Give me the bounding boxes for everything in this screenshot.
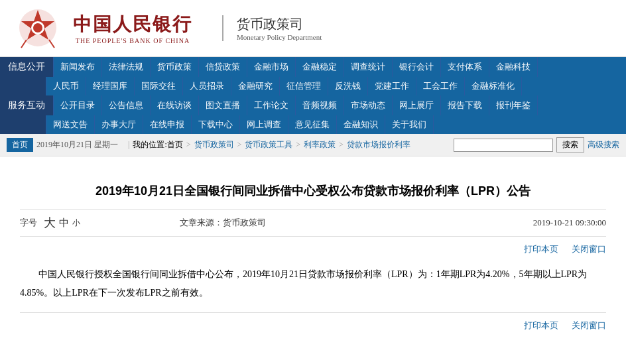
nav-financial-stability[interactable]: 金融稳定	[296, 57, 344, 77]
font-small-button[interactable]: 小	[72, 217, 80, 229]
nav-row-3: 服务互动 公开目录 公告信息 在线访谈 图文直播 工作论文 音频视频 市场动态 …	[0, 95, 626, 115]
nav-online-hall[interactable]: 网上展厅	[393, 95, 441, 115]
nav-category-service: 服务互动	[0, 95, 54, 115]
nav-opinion[interactable]: 意见征集	[288, 115, 337, 134]
bank-name: 中国人民银行 THE PEOPLE'S BANK OF CHINA	[73, 12, 192, 44]
article-title: 2019年10月21日全国银行间同业拆借中心受权公布贷款市场报价利率（LPR）公…	[20, 183, 606, 199]
bank-emblem-icon	[13, 7, 63, 50]
nav-union[interactable]: 工会工作	[416, 77, 465, 95]
nav-fin-std[interactable]: 金融标准化	[465, 77, 522, 95]
main-content: 2019年10月21日全国银行间同业拆借中心受权公布贷款市场报价利率（LPR）公…	[0, 156, 626, 355]
nav-items-row1: 新闻发布 法律法规 货币政策 信贷政策 金融市场 金融稳定 调查统计 银行会计 …	[54, 57, 626, 77]
nav-papers[interactable]: 工作论文	[247, 95, 296, 115]
nav-research[interactable]: 金融研究	[231, 77, 280, 95]
nav-market[interactable]: 市场动态	[344, 95, 393, 115]
nav-survey[interactable]: 调查统计	[344, 57, 393, 77]
nav-law[interactable]: 法律法规	[102, 57, 151, 77]
dept-name-chinese: 货币政策司	[237, 15, 322, 33]
nav-credit-mgmt[interactable]: 征信管理	[280, 77, 328, 95]
nav-office[interactable]: 办事大厅	[95, 115, 143, 134]
nav-intl[interactable]: 国际交往	[135, 77, 183, 95]
print-link-bottom[interactable]: 打印本页	[524, 320, 558, 332]
breadcrumb-bar: 首页 2019年10月21日 星期一 | 我的位置:首页 > 货币政策司 > 货…	[0, 134, 626, 156]
arrow-1: >	[186, 140, 191, 150]
arrow-2: >	[237, 140, 242, 150]
nav-fintech[interactable]: 金融科技	[489, 57, 538, 77]
close-link-top[interactable]: 关闭窗口	[572, 243, 606, 255]
arrow-4: >	[339, 140, 344, 150]
action-links-top: 打印本页 关闭窗口	[20, 243, 606, 255]
page-header: 中国人民银行 THE PEOPLE'S BANK OF CHINA 货币政策司 …	[0, 0, 626, 57]
article-meta: 字号 大 中 小 文章来源：货币政策司 2019-10-21 09:30:00	[20, 209, 606, 237]
nav-online-report[interactable]: 在线申报	[143, 115, 192, 134]
nav-live[interactable]: 图文直播	[199, 95, 247, 115]
nav-items-row4: 网送文告 办事大厅 在线申报 下载中心 网上调查 意见征集 金融知识 关于我们	[46, 115, 626, 134]
article-date: 2019-10-21 09:30:00	[533, 217, 606, 228]
breadcrumb-lpr[interactable]: 贷款市场报价利率	[347, 139, 410, 151]
article-source: 文章来源：货币政策司	[180, 217, 266, 229]
nav-audio[interactable]: 音频视频	[296, 95, 344, 115]
nav-fin-knowledge[interactable]: 金融知识	[337, 115, 385, 134]
nav-network[interactable]: 网送文告	[46, 115, 95, 134]
action-links-bottom: 打印本页 关闭窗口	[20, 312, 606, 332]
department-info: 货币政策司 Monetary Policy Department	[222, 15, 322, 41]
nav-financial-market[interactable]: 金融市场	[247, 57, 296, 77]
breadcrumb-monetary-dept[interactable]: 货币政策司	[194, 139, 234, 151]
position-label: 我的位置:首页	[133, 139, 182, 151]
advanced-search-link[interactable]: 高级搜索	[588, 139, 619, 151]
svg-line-4	[21, 40, 27, 48]
separator-1: |	[128, 140, 129, 150]
nav-recruitment[interactable]: 人员招录	[183, 77, 231, 95]
font-medium-button[interactable]: 中	[59, 217, 69, 229]
home-button[interactable]: 首页	[7, 138, 33, 152]
nav-catalog[interactable]: 公开目录	[54, 95, 102, 115]
nav-treasury[interactable]: 经理国库	[86, 77, 135, 95]
font-label: 字号	[20, 217, 37, 229]
nav-yearbook[interactable]: 报刊年鉴	[489, 95, 538, 115]
nav-rmb[interactable]: 人民币	[46, 77, 86, 95]
nav-notice[interactable]: 公告信息	[102, 95, 151, 115]
font-size-control: 字号 大 中 小	[20, 215, 80, 231]
nav-category-empty2	[0, 115, 46, 134]
font-large-button[interactable]: 大	[44, 215, 56, 231]
close-link-bottom[interactable]: 关闭窗口	[572, 320, 606, 332]
dept-name-english: Monetary Policy Department	[237, 33, 322, 41]
nav-party[interactable]: 党建工作	[368, 77, 416, 95]
nav-download[interactable]: 下载中心	[192, 115, 240, 134]
navigation: 信息公开 新闻发布 法律法规 货币政策 信贷政策 金融市场 金融稳定 调查统计 …	[0, 57, 626, 134]
nav-antimoney[interactable]: 反洗钱	[328, 77, 368, 95]
nav-banking[interactable]: 银行会计	[393, 57, 441, 77]
search-area: 搜索 高级搜索	[454, 137, 619, 152]
nav-about[interactable]: 关于我们	[385, 115, 434, 134]
article-body: 中国人民银行授权全国银行间同业拆借中心公布，2019年10月21日贷款市场报价利…	[20, 265, 606, 302]
nav-news[interactable]: 新闻发布	[54, 57, 102, 77]
svg-point-3	[33, 23, 42, 32]
current-date: 2019年10月21日 星期一	[36, 139, 118, 151]
bank-name-chinese: 中国人民银行	[73, 12, 192, 37]
logo-area: 中国人民银行 THE PEOPLE'S BANK OF CHINA 货币政策司 …	[13, 7, 322, 50]
print-link-top[interactable]: 打印本页	[524, 243, 558, 255]
nav-items-row2: 人民币 经理国库 国际交往 人员招录 金融研究 征信管理 反洗钱 党建工作 工会…	[46, 77, 626, 95]
nav-category-empty1	[0, 77, 46, 95]
nav-category-info: 信息公开	[0, 57, 54, 77]
nav-row-4: 网送文告 办事大厅 在线申报 下载中心 网上调查 意见征集 金融知识 关于我们	[0, 115, 626, 134]
nav-row-2: 人民币 经理国库 国际交往 人员招录 金融研究 征信管理 反洗钱 党建工作 工会…	[0, 77, 626, 95]
arrow-3: >	[296, 140, 300, 150]
nav-reports[interactable]: 报告下载	[441, 95, 489, 115]
bank-name-english: THE PEOPLE'S BANK OF CHINA	[76, 37, 190, 44]
nav-credit[interactable]: 信贷政策	[199, 57, 247, 77]
nav-survey-online[interactable]: 网上调查	[240, 115, 288, 134]
search-button[interactable]: 搜索	[556, 137, 584, 152]
nav-items-row3: 公开目录 公告信息 在线访谈 图文直播 工作论文 音频视频 市场动态 网上展厅 …	[54, 95, 626, 115]
svg-line-5	[49, 40, 54, 48]
nav-interview[interactable]: 在线访谈	[151, 95, 199, 115]
search-input[interactable]	[454, 139, 553, 152]
nav-monetary[interactable]: 货币政策	[151, 57, 199, 77]
breadcrumb-rate-policy[interactable]: 利率政策	[304, 139, 336, 151]
nav-row-1: 信息公开 新闻发布 法律法规 货币政策 信贷政策 金融市场 金融稳定 调查统计 …	[0, 57, 626, 77]
nav-payment[interactable]: 支付体系	[441, 57, 489, 77]
breadcrumb-monetary-tools[interactable]: 货币政策工具	[245, 139, 292, 151]
